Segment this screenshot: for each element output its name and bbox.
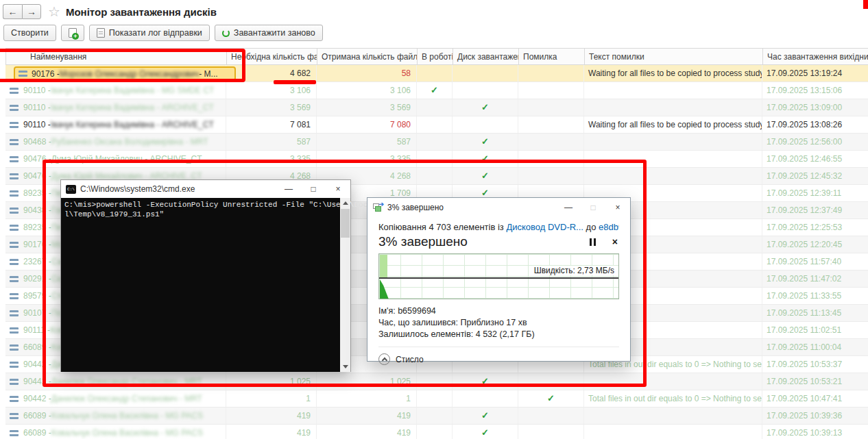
row-marker-icon: [10, 190, 19, 197]
cell-load-time: 17.09.2025 11:13:45: [762, 305, 868, 321]
cell-name: 90110 - Івачук Катерина Вадимівна - MG S…: [5, 82, 226, 99]
forward-button[interactable]: →: [22, 4, 41, 19]
row-id: 90476 -: [23, 168, 51, 184]
table-row[interactable]: 90442 - Данилюк Олександр Степанович - M…: [5, 390, 868, 407]
back-button[interactable]: ←: [3, 4, 22, 19]
row-id: 66089 -: [23, 339, 51, 355]
source-link[interactable]: Дисковод DVD-R...: [506, 222, 583, 232]
row-marker-icon: [10, 173, 19, 179]
reload-button[interactable]: Завантажити заново: [215, 25, 323, 41]
cancel-copy-icon[interactable]: ×: [612, 236, 618, 247]
cell-error-flag: [518, 134, 584, 150]
cmd-scrollbar[interactable]: [340, 198, 350, 372]
cell-load-time: 17.09.2025 12:25:53: [762, 219, 868, 236]
row-marker-icon: [10, 413, 19, 419]
column-header[interactable]: Час завантаження вихідних ..: [763, 49, 868, 64]
cell-name: 90110 - Івачук Катерина Вадимівна - ARCH…: [5, 99, 226, 116]
column-header[interactable]: В роботі: [418, 49, 453, 64]
row-patient-name: Данилюк Олександр Степанович - MRT: [51, 390, 202, 407]
show-log-button[interactable]: Показати лог відправки: [89, 25, 210, 41]
cell-error-text: [584, 99, 762, 116]
create-copy-button[interactable]: +: [61, 25, 84, 41]
cell-error-text: [584, 373, 762, 390]
row-id: 89235 -: [23, 219, 51, 236]
row-marker-icon: [10, 362, 19, 368]
scroll-down-icon[interactable]: [340, 362, 350, 372]
cmd-close-button[interactable]: ×: [326, 180, 350, 198]
table-row[interactable]: 90476 - Дума Юрій Михайлович - ARCHIVE_C…: [5, 151, 868, 168]
column-header[interactable]: Необхідна кількість файлів: [227, 49, 317, 64]
table-row[interactable]: 90110 - Івачук Катерина Вадимівна - ARCH…: [5, 99, 868, 116]
row-id: 90110 -: [23, 116, 51, 133]
copy-progress-dialog[interactable]: ➔ 3% завершено — □ × Копіювання 4 703 ел…: [367, 197, 631, 362]
scroll-up-icon[interactable]: [340, 198, 350, 208]
create-button[interactable]: Створити: [3, 25, 56, 41]
cmd-maximize-button[interactable]: □: [301, 180, 326, 198]
cell-in-work: [417, 407, 453, 424]
row-patient-name: Івачук Катерина Вадимівна - MG SMDE CT: [51, 82, 215, 99]
cell-name: 66089 - Ковальчук Олена Василівна - MG P…: [5, 425, 226, 439]
row-marker-icon: [10, 259, 19, 265]
speed-chart-grid: [379, 254, 618, 299]
table-row[interactable]: 90442 - Данилюк Олександр Степанович - M…: [5, 373, 868, 390]
cmd-titlebar[interactable]: C:\ C:\Windows\system32\cmd.exe — □ ×: [61, 180, 350, 198]
column-header[interactable]: Диск завантажений: [453, 49, 519, 64]
column-header[interactable]: Текст помилки: [585, 49, 763, 64]
table-row[interactable]: 90110 - Івачук Катерина Вадимівна - ARCH…: [5, 116, 868, 134]
row-marker-icon: [10, 139, 19, 145]
cmd-window[interactable]: C:\ C:\Windows\system32\cmd.exe — □ × C:…: [60, 179, 351, 372]
destination-link[interactable]: e8db9d13-cdae-4d...: [599, 222, 619, 232]
row-id: 90291 -: [23, 271, 51, 287]
table-header: НайменуванняНеобхідна кількість файлівОт…: [5, 48, 868, 65]
cell-load-time: 17.09.2025 11:00:04: [762, 339, 868, 355]
refresh-icon: [222, 29, 230, 37]
column-header[interactable]: Найменування: [6, 49, 227, 64]
cell-error-text: [584, 151, 762, 167]
row-marker-icon: [10, 293, 19, 299]
pause-icon[interactable]: [590, 238, 596, 246]
cell-received-files: 419: [317, 425, 417, 439]
dialog-titlebar[interactable]: ➔ 3% завершено — □ ×: [367, 198, 630, 216]
table-row[interactable]: 90110 - Івачук Катерина Вадимівна - MG S…: [5, 82, 868, 99]
row-marker-icon: [10, 225, 19, 231]
chart-divider: [379, 277, 618, 279]
row-id: 90476 -: [23, 151, 51, 167]
navbar: ← → ☆ Монітор завантаження дисків: [3, 3, 217, 21]
check-icon: ✓: [481, 153, 489, 164]
cell-name: 90442 - Данилюк Олександр Степанович - M…: [5, 373, 226, 390]
table-row[interactable]: 66089 - Ковальчук Олена Василівна - MG P…: [5, 425, 868, 439]
page-title: Монітор завантаження дисків: [66, 6, 217, 18]
dialog-minimize-button[interactable]: —: [556, 199, 581, 216]
cell-load-time: 17.09.2025 10:53:37: [762, 356, 868, 373]
row-name-suffix: - М...: [199, 66, 217, 81]
row-id: 90442 -: [23, 356, 51, 373]
collapse-details-button[interactable]: Стисло: [378, 347, 619, 365]
time-remaining-label: Час, що залишився: Приблизно 17 хв: [378, 317, 619, 329]
dialog-close-button[interactable]: ×: [605, 199, 630, 216]
row-patient-name: Івачук Катерина Вадимівна - ARCHIVE_CT: [51, 116, 214, 133]
cell-disk-loaded: [453, 82, 518, 99]
favorite-star-icon[interactable]: ☆: [48, 5, 60, 18]
table-row[interactable]: 66089 - Ковальчук Олена Василівна - MG P…: [5, 407, 868, 425]
scrollbar-thumb[interactable]: [341, 209, 350, 238]
column-header[interactable]: Помилка: [519, 49, 585, 64]
cell-error-text: Waiting for all files to be copied to pr…: [584, 65, 762, 81]
copy-files-icon: ➔: [373, 203, 383, 212]
cell-error-text: [584, 134, 762, 150]
name-wrap: 90468 - Рубаненко Оксана Володимирівна -…: [5, 134, 226, 150]
cell-disk-loaded: ✓: [453, 407, 518, 424]
name-wrap: 66089 - Ковальчук Олена Василівна - MG P…: [5, 407, 226, 424]
check-icon: ✓: [481, 102, 489, 112]
cmd-icon: C:\: [66, 185, 76, 194]
row-id: 66089 -: [23, 407, 51, 424]
table-row[interactable]: 90468 - Рубаненко Оксана Володимирівна -…: [5, 134, 868, 151]
cell-disk-loaded: ✓: [453, 168, 518, 184]
table-row[interactable]: 90176 - Морозов Олександр Олександрович …: [5, 65, 868, 82]
column-header[interactable]: Отримана кількість файлів: [317, 49, 418, 64]
cmd-minimize-button[interactable]: —: [276, 180, 301, 198]
row-marker-icon: [10, 276, 19, 282]
cell-required-files: 3 335: [226, 151, 317, 167]
cell-disk-loaded: ✓: [453, 134, 518, 150]
row-id: 23267 -: [23, 253, 51, 270]
row-id: 90111 -: [23, 322, 50, 338]
